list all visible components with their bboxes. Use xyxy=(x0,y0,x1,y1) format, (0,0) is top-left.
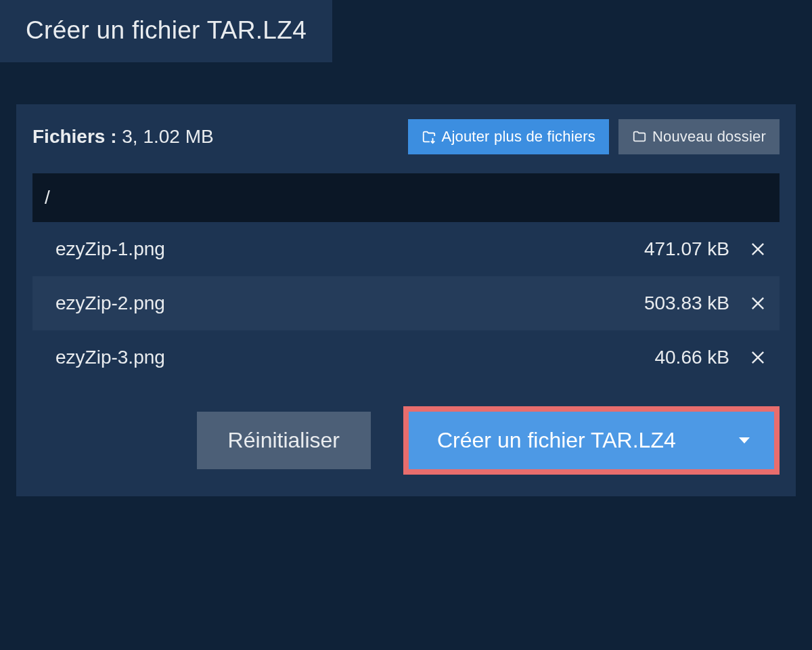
files-label: Fichiers : xyxy=(32,126,116,147)
add-files-label: Ajouter plus de fichiers xyxy=(442,128,595,146)
file-list: / ezyZip-1.png 471.07 kB ezyZip-2.png 50… xyxy=(32,173,780,385)
close-icon[interactable] xyxy=(748,240,767,259)
file-name: ezyZip-1.png xyxy=(55,238,644,260)
folder-add-icon xyxy=(422,129,436,144)
close-icon[interactable] xyxy=(748,294,767,313)
file-size: 40.66 kB xyxy=(654,347,729,368)
reset-button[interactable]: Réinitialiser xyxy=(197,412,371,469)
create-button-highlight: Créer un fichier TAR.LZ4 xyxy=(403,406,780,475)
new-folder-label: Nouveau dossier xyxy=(652,128,766,146)
folder-icon xyxy=(632,129,647,144)
add-files-button[interactable]: Ajouter plus de fichiers xyxy=(408,119,609,154)
file-size: 471.07 kB xyxy=(644,238,729,260)
file-name: ezyZip-2.png xyxy=(55,292,644,314)
create-archive-button[interactable]: Créer un fichier TAR.LZ4 xyxy=(409,412,774,469)
footer: Réinitialiser Créer un fichier TAR.LZ4 xyxy=(16,385,796,496)
file-row: ezyZip-1.png 471.07 kB xyxy=(32,222,780,276)
files-summary: Fichiers : 3, 1.02 MB xyxy=(32,126,214,148)
close-icon[interactable] xyxy=(748,348,767,367)
toolbar: Fichiers : 3, 1.02 MB Ajouter plus de fi… xyxy=(16,104,796,167)
new-folder-button[interactable]: Nouveau dossier xyxy=(618,119,780,154)
file-row: ezyZip-3.png 40.66 kB xyxy=(32,330,780,385)
tab-title: Créer un fichier TAR.LZ4 xyxy=(0,0,332,62)
files-count-size: 3, 1.02 MB xyxy=(116,126,213,147)
main-card: Fichiers : 3, 1.02 MB Ajouter plus de fi… xyxy=(16,104,796,496)
create-button-label: Créer un fichier TAR.LZ4 xyxy=(437,428,676,453)
file-size: 503.83 kB xyxy=(644,292,729,314)
chevron-down-icon xyxy=(739,437,750,443)
path-row[interactable]: / xyxy=(32,173,780,222)
toolbar-buttons: Ajouter plus de fichiers Nouveau dossier xyxy=(408,119,780,154)
file-name: ezyZip-3.png xyxy=(55,347,654,368)
file-row: ezyZip-2.png 503.83 kB xyxy=(32,276,780,330)
